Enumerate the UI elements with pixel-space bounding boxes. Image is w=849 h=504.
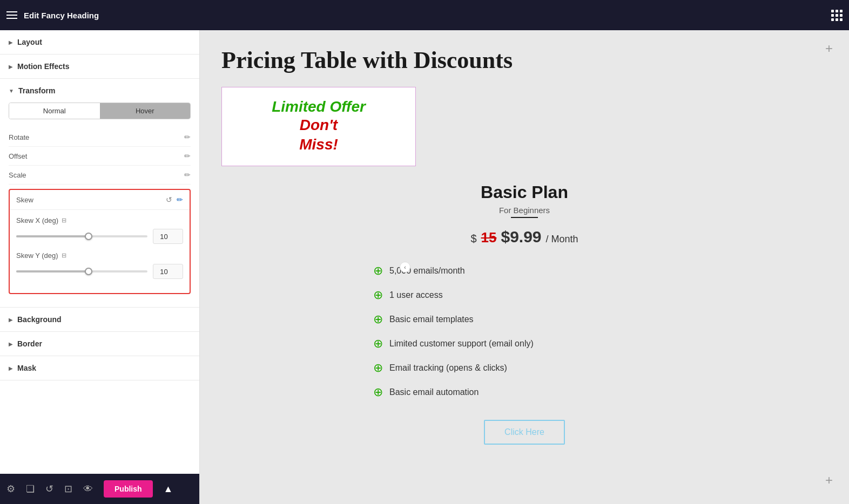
- transform-label: Transform: [18, 86, 55, 95]
- skew-x-input[interactable]: [153, 229, 183, 244]
- skew-x-label: Skew X (deg): [16, 216, 58, 224]
- scale-row: Scale: [9, 166, 191, 185]
- skew-box: Skew ↺ ✏ Skew X (deg) ⊟: [9, 189, 191, 294]
- scale-label: Scale: [9, 171, 26, 179]
- collapse-panel-icon[interactable]: ‹: [400, 262, 410, 273]
- mask-label: Mask: [17, 364, 36, 372]
- check-icon-6: ⊕: [373, 385, 383, 399]
- sidebar-item-background[interactable]: Background: [0, 308, 199, 332]
- border-arrow-icon: [9, 341, 13, 347]
- list-item: ⊕ Basic email templates: [373, 308, 676, 332]
- skew-y-responsive-icon[interactable]: ⊟: [62, 252, 66, 259]
- list-item: ⊕ Limited customer support (email only): [373, 332, 676, 356]
- settings-icon[interactable]: ⚙: [6, 483, 15, 495]
- skew-x-responsive-icon[interactable]: ⊟: [62, 217, 66, 224]
- normal-hover-tab-group: Normal Hover: [9, 103, 191, 119]
- rotate-edit-icon[interactable]: [184, 133, 191, 141]
- skew-content: Skew X (deg) ⊟: [10, 210, 190, 293]
- transform-section: Transform Normal Hover Rotate Offset: [0, 79, 199, 308]
- promo-banner: Limited Offer Don'tMiss!: [221, 87, 416, 166]
- skew-title: Skew: [16, 196, 33, 204]
- sidebar-item-layout[interactable]: Layout: [0, 30, 199, 55]
- check-icon-3: ⊕: [373, 312, 383, 326]
- transform-arrow-icon: [9, 88, 14, 94]
- list-item: ⊕ Basic email automation: [373, 380, 676, 405]
- skew-header: Skew ↺ ✏: [10, 190, 190, 210]
- publish-button[interactable]: Publish: [104, 480, 153, 498]
- top-bar: Edit Fancy Heading: [0, 0, 849, 30]
- banner-line2: Don'tMiss!: [238, 115, 399, 155]
- motion-effects-label: Motion Effects: [17, 62, 69, 71]
- main-layout: Layout Motion Effects Transform Normal H…: [0, 30, 849, 504]
- plan-subtitle: For Beginners: [373, 206, 676, 215]
- chevron-up-icon[interactable]: ▲: [164, 483, 173, 495]
- skew-y-slider-thumb[interactable]: [85, 268, 92, 275]
- sidebar-item-mask[interactable]: Mask: [0, 356, 199, 380]
- check-icon-1: ⊕: [373, 264, 383, 278]
- layout-label: Layout: [17, 38, 42, 46]
- plus-icon-bottom[interactable]: +: [825, 473, 833, 488]
- list-item: ⊕ 5,000 emails/month: [373, 259, 676, 283]
- per-month: / Month: [546, 234, 578, 245]
- border-label: Border: [17, 339, 42, 348]
- rotate-label: Rotate: [9, 133, 29, 141]
- tab-hover[interactable]: Hover: [100, 103, 191, 119]
- layout-arrow-icon: [9, 39, 13, 45]
- responsive-icon[interactable]: ⊡: [64, 483, 72, 495]
- background-label: Background: [17, 315, 62, 324]
- check-icon-5: ⊕: [373, 361, 383, 375]
- skew-y-label: Skew Y (deg): [16, 251, 58, 260]
- new-price: $9.99: [501, 228, 541, 246]
- features-list: ⊕ 5,000 emails/month ⊕ 1 user access ⊕ B…: [373, 259, 676, 405]
- editor-title: Edit Fancy Heading: [24, 11, 99, 20]
- left-panel: Layout Motion Effects Transform Normal H…: [0, 30, 200, 504]
- currency-symbol: $: [470, 233, 476, 245]
- background-arrow-icon: [9, 317, 13, 323]
- cta-button[interactable]: Click Here: [484, 420, 565, 445]
- sidebar-item-transform[interactable]: Transform: [0, 79, 199, 103]
- grid-menu-icon[interactable]: [831, 10, 843, 21]
- hamburger-menu-icon[interactable]: [6, 11, 17, 19]
- skew-reset-icon[interactable]: ↺: [166, 195, 172, 204]
- skew-y-label-row: Skew Y (deg) ⊟: [16, 251, 183, 260]
- plan-name: Basic Plan: [373, 182, 676, 202]
- check-icon-2: ⊕: [373, 288, 383, 302]
- history-icon[interactable]: ↺: [45, 483, 53, 495]
- list-item: ⊕ Email tracking (opens & clicks): [373, 356, 676, 380]
- list-item: ⊕ 1 user access: [373, 283, 676, 308]
- skew-x-slider-fill: [16, 235, 89, 237]
- check-icon-4: ⊕: [373, 337, 383, 351]
- skew-y-param: Skew Y (deg) ⊟: [16, 251, 183, 279]
- page-title: Pricing Table with Discounts: [221, 46, 827, 74]
- pricing-card: Basic Plan For Beginners $ 15 $9.99 / Mo…: [373, 182, 676, 445]
- rotate-row: Rotate: [9, 128, 191, 147]
- skew-x-slider-track[interactable]: [16, 235, 147, 237]
- layers-icon[interactable]: ❏: [26, 483, 35, 495]
- sidebar-item-border[interactable]: Border: [0, 332, 199, 356]
- skew-y-slider-row: [16, 264, 183, 279]
- transform-content: Normal Hover Rotate Offset Scale: [0, 103, 199, 307]
- preview-icon[interactable]: 👁: [83, 483, 93, 495]
- banner-line1: Limited Offer: [238, 98, 399, 115]
- offset-label: Offset: [9, 152, 27, 160]
- skew-y-slider-track[interactable]: [16, 270, 147, 273]
- skew-x-param: Skew X (deg) ⊟: [16, 216, 183, 244]
- skew-actions: ↺ ✏: [166, 195, 183, 204]
- old-price: 15: [481, 229, 497, 246]
- plus-icon-top[interactable]: +: [825, 41, 833, 56]
- skew-y-slider-fill: [16, 270, 89, 273]
- plan-divider: [511, 217, 538, 218]
- offset-edit-icon[interactable]: [184, 152, 191, 160]
- sidebar-item-motion-effects[interactable]: Motion Effects: [0, 55, 199, 79]
- mask-arrow-icon: [9, 365, 13, 371]
- skew-edit-icon[interactable]: ✏: [177, 195, 183, 204]
- motion-effects-arrow-icon: [9, 64, 13, 70]
- bottom-toolbar: ⚙ ❏ ↺ ⊡ 👁 Publish ▲: [0, 474, 199, 504]
- tab-normal[interactable]: Normal: [9, 103, 100, 119]
- skew-x-slider-thumb[interactable]: [85, 233, 92, 240]
- skew-x-label-row: Skew X (deg) ⊟: [16, 216, 183, 224]
- skew-y-input[interactable]: [153, 264, 183, 279]
- scale-edit-icon[interactable]: [184, 171, 191, 179]
- offset-row: Offset: [9, 147, 191, 166]
- price-row: $ 15 $9.99 / Month: [373, 228, 676, 246]
